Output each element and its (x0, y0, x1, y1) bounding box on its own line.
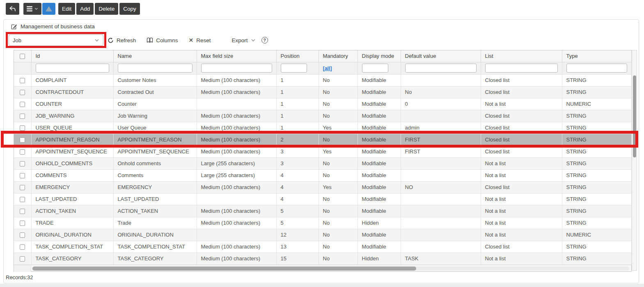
table-row[interactable]: ORIGINAL_DURATIONORIGINAL_DURATION12NoMo… (14, 229, 631, 241)
row-checkbox[interactable] (20, 185, 25, 190)
row-checkbox[interactable] (20, 149, 25, 155)
row-checkbox[interactable] (20, 173, 25, 178)
filter-input-default-value[interactable] (405, 64, 477, 73)
cell-id: CONTRACTEDOUT (31, 86, 113, 98)
column-header-type[interactable]: Type (562, 50, 631, 62)
table-row[interactable]: COUNTERCounter1NoModifiable0Not a listNU… (14, 98, 631, 110)
help-button[interactable]: ? (261, 37, 268, 43)
filter-input-position[interactable] (281, 64, 307, 73)
column-header-default-value[interactable]: Default value (401, 50, 481, 62)
cell-type: STRING (562, 217, 631, 229)
cell-max-field-size: Medium (100 characters) (197, 217, 276, 229)
export-button[interactable]: Export (232, 37, 256, 43)
cell-position: 4 (276, 181, 319, 193)
row-checkbox[interactable] (20, 232, 25, 238)
help-label: ? (263, 38, 266, 43)
filter-input-list[interactable] (485, 64, 558, 73)
cell-name: Trade (113, 217, 197, 229)
row-checkbox[interactable] (20, 221, 25, 226)
row-checkbox[interactable] (20, 78, 25, 83)
cell-type: STRING (562, 157, 631, 169)
table-row[interactable]: LAST_UPDATEDLAST_UPDATED4NoModifiableNot… (14, 193, 631, 205)
row-checkbox[interactable] (20, 102, 25, 107)
vertical-scrollbar-thumb[interactable] (633, 75, 636, 157)
row-checkbox[interactable] (20, 125, 25, 131)
table-row[interactable]: USER_QUEUEUser QueueMedium (100 characte… (14, 122, 631, 134)
menu-button[interactable] (23, 3, 41, 15)
column-header-display-mode[interactable]: Display mode (358, 50, 401, 62)
column-header-max-field-size[interactable]: Max field size (197, 50, 276, 62)
edit-button[interactable]: Edit (58, 3, 75, 15)
edit-note-icon (11, 23, 17, 30)
table-row[interactable]: ACTION_TAKENACTION_TAKENMedium (100 char… (14, 205, 631, 217)
cell-display-mode: Hidden (358, 253, 401, 264)
filter-cell-max-field-size (197, 62, 276, 74)
row-checkbox[interactable] (20, 209, 25, 214)
table-row[interactable]: TASK_COMPLETION_STATTASK_COMPLETION_STAT… (14, 241, 631, 253)
columns-button[interactable]: Columns (147, 37, 178, 43)
cell-name: TASK_COMPLETION_STAT (113, 241, 197, 253)
cell-mandatory: No (319, 86, 358, 98)
column-header-id[interactable]: Id (31, 50, 113, 62)
cell-max-field-size (197, 229, 276, 241)
reset-button[interactable]: ✕ Reset (189, 37, 211, 43)
table-row[interactable]: TASK_CATEGORYTASK_CATEGORYMedium (100 ch… (14, 253, 631, 264)
cell-name: Customer Notes (113, 74, 197, 86)
columns-label: Columns (156, 37, 178, 43)
row-checkbox[interactable] (20, 197, 25, 202)
filter-all-link[interactable]: [all] (323, 66, 332, 71)
column-header-mandatory[interactable]: Mandatory (319, 50, 358, 62)
column-header-position[interactable]: Position (276, 50, 319, 62)
refresh-button[interactable]: Refresh (108, 37, 136, 43)
cell-name: LAST_UPDATED (113, 193, 197, 205)
cell-max-field-size: Medium (100 characters) (197, 122, 276, 134)
table-row[interactable]: EMERGENCYEMERGENCYMedium (100 characters… (14, 181, 631, 193)
table-row[interactable]: COMMENTSCommentsLarge (255 characters)4N… (14, 169, 631, 181)
table-row[interactable]: APPOINTMENT_REASONAPPOINTMENT_REASONMedi… (14, 134, 631, 146)
table-row[interactable]: CONTRACTEDOUTContracted OutMedium (100 c… (14, 86, 631, 98)
table-row[interactable]: APPOINTMENT_SEQUENCEAPPOINTMENT_SEQUENCE… (14, 146, 631, 157)
filter-input-display-mode[interactable] (362, 64, 388, 73)
cell-position: 1 (276, 122, 319, 134)
cell-id: TASK_CATEGORY (31, 253, 113, 264)
table-body: COMPLAINTCustomer NotesMedium (100 chara… (14, 74, 631, 264)
cell-id: USER_QUEUE (31, 122, 113, 134)
warning-view-button[interactable] (42, 3, 55, 15)
cell-type: STRING (562, 181, 631, 193)
cell-max-field-size: Medium (100 characters) (197, 74, 276, 86)
filter-input-name[interactable] (118, 64, 193, 73)
cell-id: TRADE (31, 217, 113, 229)
row-checkbox[interactable] (20, 137, 25, 143)
back-button[interactable] (6, 3, 19, 15)
vertical-scrollbar-track[interactable] (632, 50, 637, 271)
filter-input-id[interactable] (36, 64, 109, 73)
add-button[interactable]: Add (76, 3, 94, 15)
delete-button[interactable]: Delete (95, 3, 118, 15)
entity-select[interactable]: Job (9, 34, 103, 46)
row-checkbox[interactable] (20, 244, 25, 250)
table-row[interactable]: COMPLAINTCustomer NotesMedium (100 chara… (14, 74, 631, 86)
cell-id: ORIGINAL_DURATION (31, 229, 113, 241)
table-row[interactable]: JOB_WARNINGJob WarningMedium (100 charac… (14, 110, 631, 122)
row-checkbox[interactable] (20, 114, 25, 119)
select-all-checkbox[interactable] (20, 54, 25, 59)
row-checkbox-cell (14, 98, 31, 110)
column-header-list[interactable]: List (481, 50, 562, 62)
table-row[interactable]: ONHOLD_COMMENTSOnhold commentsLarge (255… (14, 157, 631, 169)
panel-title-text: Management of business data (21, 23, 95, 30)
cell-list: Closed list (481, 74, 562, 86)
row-checkbox[interactable] (20, 90, 25, 95)
cell-list: Closed list (481, 110, 562, 122)
filter-input-max-field-size[interactable] (201, 64, 272, 73)
table-row[interactable]: TRADETradeMedium (100 characters)5NoHidd… (14, 217, 631, 229)
cell-default-value (401, 217, 481, 229)
copy-button[interactable]: Copy (119, 3, 140, 15)
column-header-name[interactable]: Name (113, 50, 197, 62)
filter-input-type[interactable] (566, 64, 627, 73)
row-checkbox[interactable] (20, 161, 25, 166)
refresh-label: Refresh (117, 37, 136, 43)
row-checkbox[interactable] (20, 256, 25, 262)
cell-list: Not a list (481, 205, 562, 217)
horizontal-scrollbar-thumb[interactable] (32, 266, 416, 271)
row-checkbox-cell (14, 110, 31, 122)
